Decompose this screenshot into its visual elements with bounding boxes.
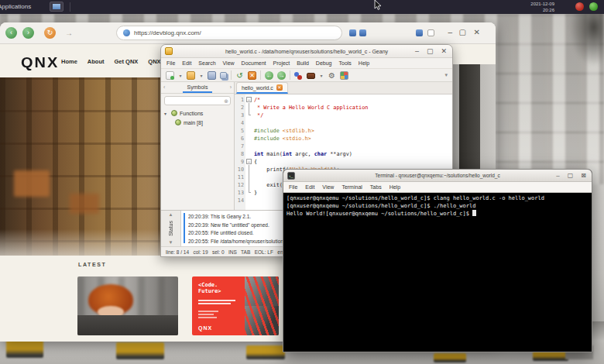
execute-icon[interactable]: ⚙ (328, 71, 336, 80)
extensions-icon[interactable] (416, 29, 423, 36)
sidebar-tab-symbols[interactable]: Symbols (183, 82, 213, 93)
code-line: int main(int argc, char **argv) (254, 150, 452, 158)
geany-maximize-button[interactable]: ▢ (427, 47, 434, 55)
search-clear-icon[interactable]: ⊗ (224, 98, 228, 105)
browser-address-bar[interactable]: https://devblog.qnx.com/ (116, 26, 342, 40)
tmenu-tabs[interactable]: Tabs (370, 184, 382, 190)
terminal-output[interactable]: [qnxuser@qnxqemu ~/solutions/hello_world… (283, 193, 592, 352)
expander-icon[interactable]: ▾ (164, 111, 169, 116)
symbol-search-input[interactable]: ⊗ (164, 96, 231, 105)
editor-tab-hello-world[interactable]: hello_world.c ✕ (236, 82, 288, 94)
menu-search[interactable]: Search (198, 60, 215, 66)
terminal-cursor (472, 210, 476, 216)
build-icon[interactable] (307, 73, 315, 79)
fold-toggle-icon[interactable]: − (246, 159, 252, 164)
editor-tabstrip: hello_world.c ✕ (235, 82, 452, 94)
tmenu-view[interactable]: View (322, 184, 334, 190)
wallpaper-machine (434, 353, 466, 362)
panel-scroll-up-icon[interactable]: ▲ (169, 212, 173, 217)
menu-tools[interactable]: Tools (339, 60, 352, 66)
code-future-title: <Code. Future> (198, 282, 221, 294)
terminal-line: [qnxuser@qnxqemu ~/solutions/hello_world… (287, 195, 589, 203)
browser-toolbar[interactable]: ‹ › ↻ → https://devblog.qnx.com/ – ▢ ✕ (0, 22, 496, 44)
terminal-maximize-button[interactable]: ▢ (568, 172, 574, 179)
toolbar-overflow-icon[interactable]: ▾ (444, 72, 448, 78)
bookmark-icon[interactable] (349, 29, 356, 36)
panel-scroll-down-icon[interactable]: ▼ (169, 240, 173, 245)
code-line: * Write a Hello World C application (254, 104, 452, 112)
open-file-dropdown[interactable]: ▾ (199, 73, 204, 78)
tab-close-icon[interactable]: ✕ (276, 84, 283, 91)
nav-home[interactable]: Home (61, 58, 77, 65)
open-file-icon[interactable] (187, 71, 195, 80)
close-file-icon[interactable]: ✕ (248, 71, 256, 80)
sidebar-tab-scroll-right-icon[interactable]: › (230, 84, 232, 90)
desktop: ‹ › ↻ → https://devblog.qnx.com/ – ▢ ✕ Q… (0, 0, 604, 364)
compile-icon[interactable] (294, 71, 303, 80)
terminal-minimize-button[interactable]: – (556, 172, 559, 179)
url-text[interactable]: https://devblog.qnx.com/ (134, 29, 201, 36)
downloads-icon[interactable] (359, 29, 366, 36)
terminal-titlebar[interactable]: ›_ Terminal - qnxuser@qnxqemu:~/solution… (283, 170, 592, 182)
menu-help[interactable]: Help (359, 60, 369, 66)
color-chooser-icon[interactable] (340, 71, 348, 80)
logout-icon[interactable] (575, 2, 584, 11)
build-dropdown[interactable]: ▾ (319, 73, 324, 78)
revert-icon[interactable]: ↺ (235, 71, 244, 80)
menu-project[interactable]: Project (273, 60, 290, 66)
article-card-photo[interactable] (77, 276, 178, 335)
browser-menu-icon[interactable] (427, 29, 434, 36)
wallpaper-shadow (570, 11, 604, 65)
save-icon[interactable] (208, 71, 216, 80)
new-file-icon[interactable] (166, 71, 174, 80)
menu-debug[interactable]: Debug (316, 60, 332, 66)
terminal-app-icon: ›_ (287, 172, 295, 180)
menu-build[interactable]: Build (297, 60, 309, 66)
save-all-icon[interactable] (220, 72, 227, 79)
qnx-logo[interactable]: QNX (21, 54, 59, 71)
code-line: #include <stdio.h> (254, 135, 452, 143)
menu-edit[interactable]: Edit (182, 60, 191, 66)
function-icon (175, 119, 181, 125)
terminal-menubar: File Edit View Terminal Tabs Help (283, 182, 592, 193)
tmenu-terminal[interactable]: Terminal (341, 184, 362, 190)
tmenu-help[interactable]: Help (390, 184, 400, 190)
geany-menubar: File Edit Search View Document Project B… (161, 58, 452, 68)
tree-item-main[interactable]: main [8] (161, 118, 234, 127)
browser-maximize-button[interactable]: ▢ (459, 27, 466, 38)
nav-about[interactable]: About (88, 58, 105, 65)
tmenu-file[interactable]: File (289, 184, 297, 190)
browser-forward-button[interactable]: › (22, 27, 34, 39)
power-icon[interactable] (589, 2, 598, 11)
fold-toggle-icon[interactable]: − (246, 97, 252, 102)
sidebar-tab-scroll-left-icon[interactable]: ‹ (163, 84, 165, 90)
browser-back-button[interactable]: ‹ (5, 27, 17, 39)
menu-document[interactable]: Document (242, 60, 266, 66)
geany-title: hello_world.c - /data/home/qnxuser/solut… (225, 49, 388, 54)
card-brand: QNX (198, 325, 212, 331)
panel-tab-status[interactable]: Status (168, 221, 173, 236)
menu-view[interactable]: View (223, 60, 235, 66)
new-file-dropdown[interactable]: ▾ (178, 73, 183, 78)
tmenu-edit[interactable]: Edit (305, 184, 314, 190)
window-list-icon[interactable] (50, 2, 63, 12)
menu-file[interactable]: File (166, 60, 175, 66)
nav-get-qnx[interactable]: Get QNX (115, 58, 139, 65)
article-card-code-future[interactable]: <Code. Future> QNX (192, 276, 279, 335)
tree-item-functions[interactable]: ▾ Functions (161, 108, 234, 118)
clock[interactable]: 2021-12-09 20:26 (530, 1, 554, 13)
speaker-photos (245, 276, 279, 335)
browser-home-icon[interactable]: → (65, 29, 73, 38)
nav-forward-icon[interactable]: → (277, 71, 286, 80)
geany-titlebar[interactable]: hello_world.c - /data/home/qnxuser/solut… (161, 45, 452, 58)
symbols-tree: ▾ Functions main [8] (161, 107, 234, 127)
applications-menu[interactable]: Applications (0, 3, 31, 10)
browser-minimize-button[interactable]: – (448, 27, 452, 38)
browser-close-button[interactable]: ✕ (474, 27, 480, 38)
geany-close-button[interactable]: ✕ (441, 47, 447, 55)
terminal-title: Terminal - qnxuser@qnxqemu:~/solutions/h… (375, 173, 499, 178)
terminal-close-button[interactable]: ⊠ (581, 172, 586, 179)
browser-reload-button[interactable]: ↻ (44, 27, 56, 39)
geany-minimize-button[interactable]: – (415, 47, 419, 55)
nav-back-icon[interactable]: ← (265, 71, 273, 80)
